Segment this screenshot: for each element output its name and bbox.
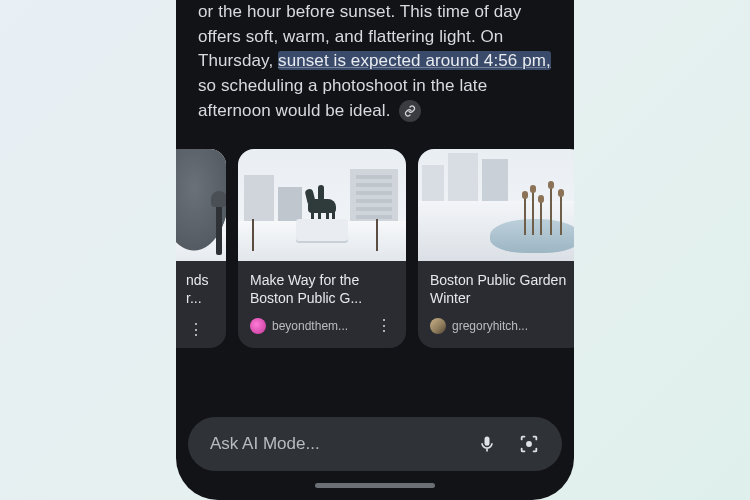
response-text: or the hour before sunset. This time of … bbox=[198, 2, 521, 21]
lens-search-button[interactable] bbox=[512, 427, 546, 461]
card-source: beyondthem... bbox=[272, 319, 368, 333]
search-input[interactable]: Ask AI Mode... bbox=[210, 434, 462, 454]
card-thumbnail bbox=[176, 149, 226, 261]
search-bar[interactable]: Ask AI Mode... bbox=[188, 417, 562, 471]
result-cards-carousel[interactable]: ndsr... ⋮ bbox=[176, 149, 552, 347]
voice-input-button[interactable] bbox=[470, 427, 504, 461]
ai-response-area: or the hour before sunset. This time of … bbox=[176, 0, 574, 401]
result-card[interactable]: ndsr... ⋮ bbox=[176, 149, 226, 347]
result-card[interactable]: Boston Public Garden Winter gregoryhitch… bbox=[418, 149, 574, 347]
svg-point-1 bbox=[526, 441, 532, 447]
highlighted-span[interactable]: sunset is expected around 4:56 pm, bbox=[278, 51, 551, 70]
mic-icon bbox=[477, 434, 497, 454]
response-text: Thursday, bbox=[198, 51, 278, 70]
response-paragraph: or the hour before sunset. This time of … bbox=[198, 0, 552, 123]
home-indicator[interactable] bbox=[315, 483, 435, 488]
citation-link-chip[interactable] bbox=[399, 100, 421, 122]
source-avatar bbox=[430, 318, 446, 334]
card-thumbnail bbox=[418, 149, 574, 261]
result-card[interactable]: Make Way for the Boston Public G... beyo… bbox=[238, 149, 406, 347]
card-title: Make Way for the Boston Public G... bbox=[250, 271, 394, 307]
svg-rect-0 bbox=[486, 449, 488, 452]
search-bar-container: Ask AI Mode... bbox=[176, 417, 574, 471]
response-text: afternoon would be ideal. bbox=[198, 101, 390, 120]
card-title: ndsr... bbox=[186, 271, 220, 307]
source-avatar bbox=[250, 318, 266, 334]
response-text: so scheduling a photoshoot in the late bbox=[198, 76, 487, 95]
phone-frame: or the hour before sunset. This time of … bbox=[176, 0, 574, 500]
lens-icon bbox=[518, 433, 540, 455]
card-source: gregoryhitch... bbox=[452, 319, 574, 333]
card-thumbnail bbox=[238, 149, 406, 261]
link-icon bbox=[404, 105, 416, 117]
card-menu-button[interactable]: ⋮ bbox=[186, 322, 206, 338]
response-text: offers soft, warm, and flattering light.… bbox=[198, 27, 503, 46]
card-title: Boston Public Garden Winter bbox=[430, 271, 574, 307]
card-menu-button[interactable]: ⋮ bbox=[374, 318, 394, 334]
